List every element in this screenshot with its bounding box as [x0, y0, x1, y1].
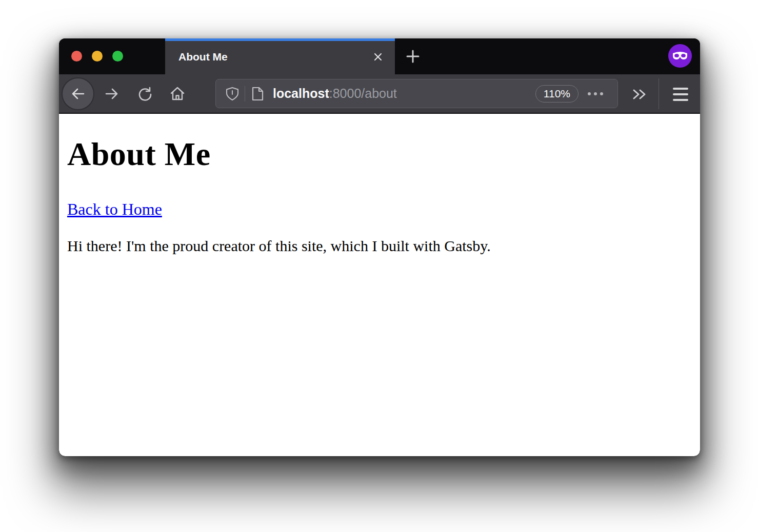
page-actions-button[interactable] — [588, 92, 603, 95]
back-button[interactable] — [62, 77, 94, 110]
url-bar[interactable]: localhost:8000/about 110% — [215, 79, 618, 108]
link-row: Back to Home — [67, 200, 690, 219]
close-window-button[interactable] — [71, 51, 82, 62]
tab-close-icon[interactable] — [371, 50, 385, 64]
tab-title: About Me — [178, 51, 371, 63]
zoom-level-label: 110% — [544, 88, 570, 100]
hamburger-menu-icon — [673, 93, 688, 95]
reload-button[interactable] — [134, 83, 156, 105]
url-text[interactable]: localhost:8000/about — [273, 86, 535, 101]
back-to-home-link[interactable]: Back to Home — [67, 200, 162, 218]
urlbar-divider — [245, 86, 245, 101]
hamburger-menu-icon — [673, 88, 688, 90]
reload-icon — [137, 86, 153, 101]
home-icon — [169, 86, 186, 102]
page-proxy-icon[interactable] — [248, 85, 267, 103]
hamburger-menu-icon — [673, 99, 688, 101]
tracking-protection-shield-icon[interactable] — [223, 85, 242, 103]
app-menu-button[interactable] — [669, 83, 692, 106]
home-button[interactable] — [166, 83, 189, 105]
forward-button[interactable] — [101, 83, 123, 105]
private-browsing-mask-icon — [668, 44, 692, 68]
new-tab-button[interactable] — [406, 49, 420, 64]
page-content: About Me Back to Home Hi there! I'm the … — [59, 114, 700, 456]
back-arrow-icon — [70, 86, 86, 102]
toolbar-divider — [659, 78, 659, 109]
minimize-window-button[interactable] — [92, 51, 103, 62]
tab-about-me[interactable]: About Me — [165, 38, 395, 74]
forward-arrow-icon — [104, 86, 120, 102]
zoom-level-button[interactable]: 110% — [535, 85, 579, 103]
zoom-window-button[interactable] — [112, 51, 123, 62]
page-title: About Me — [67, 135, 690, 173]
tab-strip: About Me — [59, 38, 700, 74]
dot-icon — [588, 92, 591, 95]
window-controls — [71, 51, 123, 62]
dot-icon — [600, 92, 603, 95]
navigation-toolbar: localhost:8000/about 110% — [59, 74, 700, 114]
browser-window: About Me — [59, 38, 700, 456]
toolbar-overflow-button[interactable] — [628, 83, 651, 106]
intro-paragraph: Hi there! I'm the proud creator of this … — [67, 237, 690, 255]
double-chevron-icon — [632, 87, 647, 101]
dot-icon — [594, 92, 597, 95]
url-host: localhost — [273, 86, 329, 100]
url-path: :8000/about — [329, 86, 397, 100]
